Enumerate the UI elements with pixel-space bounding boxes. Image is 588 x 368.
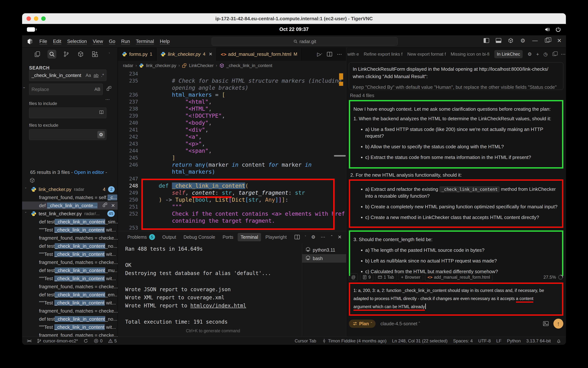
files-to-exclude-input[interactable]: ⚙ xyxy=(29,129,106,140)
status-item-cursor[interactable]: Cursor Tab xyxy=(295,338,316,343)
result-match-row[interactable]: fragment_found, matches = checke... xyxy=(22,307,118,315)
menu-help[interactable]: Help xyxy=(157,37,172,45)
attach-image-icon[interactable] xyxy=(543,321,549,327)
maximize-panel-icon[interactable]: ˆ xyxy=(331,234,333,240)
power-icon[interactable] xyxy=(555,27,561,33)
panel-tab-terminal[interactable]: Terminal xyxy=(238,233,261,241)
menu-terminal[interactable]: Terminal xyxy=(133,37,157,45)
status-item-0[interactable]: 0 xyxy=(94,338,102,343)
search-only-open-icon[interactable] xyxy=(99,110,104,116)
send-button[interactable]: ↑ xyxy=(553,319,563,329)
more-actions-icon[interactable]: ⋯ xyxy=(105,97,110,102)
split-terminal-icon[interactable] xyxy=(295,235,300,239)
close-icon[interactable]: ✕ xyxy=(556,37,562,44)
editor-more-actions-icon[interactable]: ⋯ xyxy=(337,51,343,57)
result-match-row[interactable]: fragment_found, matches = checke... xyxy=(22,258,118,266)
status-item-3137[interactable]: 3.13.7 64-bit xyxy=(526,338,551,343)
menu-run[interactable]: Run xyxy=(118,37,133,45)
search-input[interactable]: _check_link_in_content Aa ab .* xyxy=(29,70,106,81)
run-python-icon[interactable]: ▷ˇ xyxy=(317,51,322,57)
menu-go[interactable]: Go xyxy=(106,37,118,45)
terminal-instance-bash[interactable]: bash xyxy=(302,254,346,263)
terminal-instance-python3.11[interactable]: python3.11 xyxy=(302,246,346,254)
context-chip-html[interactable]: <>add_manual_result_form.html xyxy=(425,273,492,281)
status-item[interactable]: >< xyxy=(27,338,31,343)
status-item-ln[interactable]: Ln 248, Col 31 (22 selected) xyxy=(392,338,448,343)
new-chat-icon[interactable]: + xyxy=(536,51,539,57)
result-match-row[interactable]: """Test _check_link_in_content wit... xyxy=(22,275,118,283)
chat-more-icon[interactable]: ⋯ xyxy=(561,51,566,57)
result-match-row[interactable]: def test_check_link_in_content_em... xyxy=(22,291,118,299)
close-tab-icon[interactable]: ✕ xyxy=(209,52,212,57)
panel-tab-output[interactable]: Output xyxy=(159,233,179,241)
chat-copy-icon[interactable] xyxy=(552,52,556,56)
result-match-row[interactable]: def test_check_link_in_content_no... xyxy=(22,242,118,250)
status-item-cursor-timon-ec2[interactable]: cursor-timon-ec2* xyxy=(37,338,78,343)
chat-settings-icon[interactable]: ⚙ xyxy=(527,51,532,57)
chat-history-icon[interactable]: ◷ xyxy=(543,51,548,57)
chat-input-text[interactable]: 1: a, 200, 3: a, 2: function _check_link… xyxy=(350,284,562,314)
breadcrumb-item[interactable]: LinkChecker xyxy=(189,63,214,68)
panel-tab-playwright[interactable]: Playwright xyxy=(262,233,289,241)
model-selector[interactable]: claude-4.5-sonnet ˆ xyxy=(380,321,420,326)
editor-tab-link_checker.py[interactable]: link_checker.py4 ✕ xyxy=(156,47,217,61)
result-match-row[interactable]: fragment_found, matches = self._c... xyxy=(22,193,118,202)
result-match-row[interactable]: """Test _check_link_in_content wit... xyxy=(22,250,118,258)
status-item-lf[interactable]: LF xyxy=(496,338,501,343)
regex-icon[interactable]: .* xyxy=(101,73,104,78)
status-item-spaces[interactable]: Spaces: 4 xyxy=(453,338,473,343)
code-editor[interactable]: 234235# Check for basic HTML structure m… xyxy=(118,70,346,231)
result-match-row[interactable]: fragment_found, matches = checke... xyxy=(22,234,118,242)
views-chevron-icon[interactable]: ˇ xyxy=(105,50,114,59)
toggle-sidebar-icon[interactable] xyxy=(483,37,489,44)
whole-word-icon[interactable]: ab xyxy=(93,73,99,78)
context-chip-rules[interactable]: 9 xyxy=(360,273,373,281)
split-editor-icon[interactable] xyxy=(327,52,332,56)
preserve-case-icon[interactable]: AB xyxy=(94,87,100,92)
result-match-row[interactable]: fragment_found, matches = checke... xyxy=(22,331,118,337)
breadcrumb-item[interactable]: _check_link_in_content xyxy=(226,63,272,68)
search-icon[interactable] xyxy=(47,50,56,59)
status-item-python[interactable]: Python xyxy=(507,338,521,343)
toggle-panel-icon[interactable] xyxy=(496,37,501,44)
replace-input[interactable]: Replace AB xyxy=(29,84,103,95)
remote-explorer-icon[interactable] xyxy=(90,50,100,59)
result-file-row[interactable]: ˇ link_checker.py radar 42 xyxy=(22,185,118,193)
panel-tab-debug-console[interactable]: Debug Console xyxy=(181,233,218,241)
chat-tab[interactable]: In LinkChec xyxy=(494,50,523,58)
result-match-row[interactable]: def test_check_link_in_content_mu... xyxy=(22,266,118,275)
context-chip-tab[interactable]: 1 Tab xyxy=(375,273,396,281)
status-item-timon[interactable]: Timon Fiddike (4 months ago) xyxy=(322,338,387,343)
command-center-search[interactable]: radar.git xyxy=(212,37,398,46)
menu-file[interactable]: File xyxy=(36,37,50,45)
result-match-row[interactable]: """Test _check_link_in_content wit... xyxy=(22,323,118,331)
status-item-utf-8[interactable]: UTF-8 xyxy=(478,338,491,343)
replace-all-icon[interactable] xyxy=(106,86,112,92)
result-match-row[interactable]: def _check_link_in_conte...✕ xyxy=(22,202,118,210)
result-match-row[interactable]: """Test _check_link_in_content wit... xyxy=(22,299,118,307)
context-chip-plus[interactable]: +Browser xyxy=(398,273,423,281)
editor-tab-add_manual_result_form.html[interactable]: <> add_manual_result_form.htmlM xyxy=(217,47,302,61)
source-control-icon[interactable] xyxy=(62,50,71,59)
menu-view[interactable]: View xyxy=(90,37,106,45)
read-files-label[interactable]: Read 4 files xyxy=(350,93,563,98)
menu-selection[interactable]: Selection xyxy=(64,37,90,45)
status-item[interactable] xyxy=(83,339,88,343)
chat-tab[interactable]: with e xyxy=(347,52,359,57)
cursor-cube-icon[interactable] xyxy=(508,37,514,44)
result-match-row[interactable]: fragment_found, matches = checke... xyxy=(22,283,118,291)
result-match-row[interactable]: def test_check_link_in_content_no... xyxy=(22,315,118,323)
volume-icon[interactable] xyxy=(544,27,551,33)
terminal-output[interactable]: Ran 488 tests in 164.649s OK Destroying … xyxy=(125,245,301,326)
result-file-row[interactable]: ˇ test_link_checker.py radar/... 45 xyxy=(22,210,118,218)
result-match-row[interactable]: """Test _check_link_in_content wit... xyxy=(22,226,118,234)
panel-tab-problems[interactable]: Problems5 xyxy=(125,233,158,241)
open-in-editor-link[interactable]: Open in editor xyxy=(74,169,104,175)
status-item-5[interactable]: 5 xyxy=(108,338,117,343)
breadcrumb-item[interactable]: link_checker.py xyxy=(146,63,176,68)
editor-tab-forms.py[interactable]: forms.py1 xyxy=(118,47,156,61)
context-chip-at[interactable]: @ xyxy=(349,273,358,281)
minimize-icon[interactable]: — xyxy=(532,37,538,44)
status-item[interactable] xyxy=(556,339,561,343)
close-panel-icon[interactable]: ✕ xyxy=(338,234,342,240)
